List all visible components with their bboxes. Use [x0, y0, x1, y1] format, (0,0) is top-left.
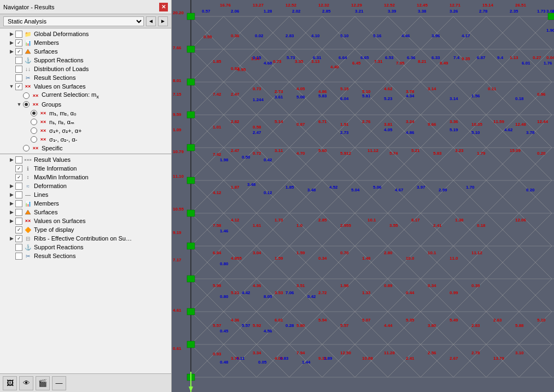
- tree-item-result-sections2[interactable]: ✂ Result Sections: [0, 251, 171, 260]
- expander-surfaces[interactable]: ▶: [8, 49, 15, 54]
- checkbox-result-sections2[interactable]: [15, 253, 22, 260]
- svg-text:0.89: 0.89: [384, 283, 393, 288]
- analysis-dropdown[interactable]: Static Analysis: [3, 16, 144, 26]
- expander-surfaces2[interactable]: ▶: [8, 209, 15, 215]
- expander-global-deformations[interactable]: ▶: [8, 31, 15, 37]
- svg-text:4.17: 4.17: [462, 33, 470, 38]
- icon-members: 📊: [24, 39, 32, 46]
- checkbox-maxmin[interactable]: ✓: [15, 174, 22, 181]
- radio-sigma-plus[interactable]: [31, 127, 37, 134]
- icon-m1m2: ××: [39, 109, 48, 117]
- toolbar-camera-button[interactable]: 🎬: [36, 376, 50, 390]
- tree-item-m1m2[interactable]: ×× m₁, m₂, α₀: [0, 109, 171, 118]
- svg-text:10.55: 10.55: [173, 207, 184, 212]
- tree-item-members[interactable]: ▶ ✓ 📊 Members: [0, 38, 171, 47]
- tree-item-values-surfaces[interactable]: ▼ ✓ ×× Values on Surfaces: [0, 82, 171, 91]
- checkbox-support-reactions2[interactable]: [15, 244, 22, 251]
- label-surfaces2: Surfaces: [34, 209, 57, 215]
- checkbox-title-info[interactable]: ✓: [15, 165, 22, 172]
- tree-item-support-reactions2[interactable]: ⚓ Support Reactions: [0, 243, 171, 251]
- icon-result-sections2: ✂: [24, 252, 32, 260]
- checkbox-result-sections[interactable]: [15, 74, 22, 81]
- tree-item-support-reactions[interactable]: ⚓ Support Reactions: [0, 56, 171, 65]
- expander-ribs[interactable]: ▶: [8, 236, 15, 241]
- svg-text:4.56: 4.56: [264, 329, 272, 334]
- close-button[interactable]: ✕: [159, 3, 168, 11]
- tree-item-maxmin[interactable]: ✓ ↕ Max/Min Information: [0, 173, 171, 182]
- radio-specific[interactable]: [23, 145, 30, 151]
- svg-text:5.73: 5.73: [287, 55, 295, 60]
- expander-values-surfaces2[interactable]: ▶: [8, 218, 15, 224]
- svg-text:5.49: 5.49: [450, 318, 458, 323]
- checkbox-surfaces2[interactable]: [15, 209, 22, 216]
- expander-members2[interactable]: ▶: [8, 201, 15, 206]
- label-global-deformations: Global Deformations: [34, 31, 89, 37]
- checkbox-surfaces[interactable]: ✓: [15, 48, 22, 55]
- svg-text:0.50: 0.50: [242, 155, 250, 160]
- radio-sigma-minus[interactable]: [31, 136, 37, 143]
- radio-n1n2[interactable]: [31, 119, 37, 125]
- tree-item-type-display[interactable]: ✓ 🔶 Type of display: [0, 225, 171, 234]
- svg-text:5.74: 5.74: [389, 151, 398, 156]
- checkbox-result-values[interactable]: [15, 156, 22, 163]
- tree-item-surfaces[interactable]: ▶ ✓ Surfaces: [0, 47, 171, 56]
- radio-groups[interactable]: [23, 101, 30, 108]
- svg-text:20.20: 20.20: [173, 10, 184, 15]
- tree-item-specific[interactable]: ×× Specific: [0, 144, 171, 153]
- tree-item-current-selection[interactable]: ×× Current Selection: mx: [0, 91, 171, 100]
- svg-text:12.52: 12.52: [384, 3, 395, 8]
- tree-item-title-information[interactable]: ✓ ℹ Title Information: [0, 164, 171, 173]
- radio-m1m2[interactable]: [31, 110, 37, 116]
- checkbox-global-deformations[interactable]: [15, 31, 22, 38]
- checkbox-ribs[interactable]: ✓: [15, 235, 22, 242]
- expander-lines[interactable]: ▶: [8, 192, 15, 197]
- svg-text:1.28: 1.28: [264, 9, 272, 14]
- tree-item-values-surfaces2[interactable]: ▶ ×× Values on Surfaces: [0, 217, 171, 225]
- tree-item-lines[interactable]: ▶ — Lines: [0, 190, 171, 199]
- expander-members[interactable]: ▶: [8, 40, 15, 45]
- radio-current-selection[interactable]: [23, 92, 30, 99]
- tree-item-members2[interactable]: ▶ 📊 Members: [0, 199, 171, 208]
- toolbar-image-button[interactable]: 🖼: [3, 376, 17, 390]
- svg-text:9.59: 9.59: [173, 112, 182, 117]
- tree-item-n1n2[interactable]: ×× n₁, n₂, αₘ: [0, 118, 171, 126]
- tree-item-groups[interactable]: ▼ ×× Groups: [0, 100, 171, 109]
- expander-deformation[interactable]: ▶: [8, 183, 15, 189]
- toolbar-eye-button[interactable]: 👁: [19, 376, 33, 390]
- next-button[interactable]: ►: [158, 16, 168, 26]
- tree-item-sigma-minus[interactable]: ×× σ₁-, σ₂-, α-: [0, 135, 171, 144]
- checkbox-deformation[interactable]: [15, 183, 22, 190]
- svg-text:7.17: 7.17: [173, 258, 182, 262]
- svg-text:0.42: 0.42: [307, 294, 316, 299]
- checkbox-values-surfaces[interactable]: ✓: [15, 83, 22, 90]
- svg-text:10.88: 10.88: [362, 356, 374, 361]
- checkbox-distribution-loads[interactable]: [15, 66, 22, 73]
- expander-groups[interactable]: ▼: [15, 102, 23, 107]
- checkbox-type-display[interactable]: ✓: [15, 226, 22, 233]
- tree-item-result-values[interactable]: ▶ ××× Result Values: [0, 155, 171, 164]
- icon-values-surfaces2: ××: [24, 217, 32, 225]
- checkbox-lines[interactable]: [15, 191, 22, 198]
- expander-values-surfaces[interactable]: ▼: [8, 84, 15, 89]
- svg-text:0.28: 0.28: [285, 323, 294, 328]
- tree-item-result-sections[interactable]: ✂ Result Sections: [0, 73, 171, 82]
- toolbar-line-button[interactable]: —: [52, 376, 66, 390]
- tree-item-distribution-loads[interactable]: ↓↓ Distribution of Loads: [0, 65, 171, 73]
- icon-support-reactions: ⚓: [24, 56, 32, 64]
- expander-result-values[interactable]: ▶: [8, 157, 15, 162]
- tree-item-surfaces2[interactable]: ▶ Surfaces: [0, 208, 171, 217]
- checkbox-members[interactable]: ✓: [15, 39, 22, 46]
- icon-global-deformations: 📁: [24, 30, 32, 38]
- prev-button[interactable]: ◄: [146, 16, 156, 26]
- icon-surfaces2: [24, 208, 32, 216]
- svg-text:26.51: 26.51: [515, 3, 527, 8]
- checkbox-values-surfaces2[interactable]: [15, 218, 22, 225]
- checkbox-support-reactions[interactable]: [15, 57, 22, 64]
- tree-item-ribs[interactable]: ▶ ✓ ⊟ Ribs - Effective Contribution on S…: [0, 234, 171, 243]
- checkbox-members2[interactable]: [15, 200, 22, 207]
- svg-text:5.10: 5.10: [340, 33, 349, 38]
- tree-item-global-deformations[interactable]: ▶ 📁 Global Deformations: [0, 30, 171, 38]
- tree-item-deformation[interactable]: ▶ ≈ Deformation: [0, 182, 171, 190]
- tree-item-sigma-plus[interactable]: ×× σ₁+, σ₂+, α+: [0, 126, 171, 135]
- label-title-info: Title Information: [34, 165, 77, 172]
